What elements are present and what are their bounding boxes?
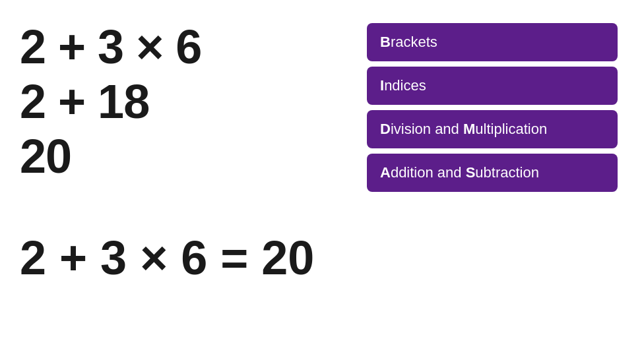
badge-indices-label: Indices [380,77,426,94]
right-section: Brackets Indices Division and Multiplica… [367,13,624,349]
math-line-1: 2 + 3 × 6 [20,20,367,75]
brackets-rest: rackets [391,34,437,50]
bold-letter-b: B [380,34,391,50]
multiplication-rest: ultiplication [475,121,547,137]
equation-line: 2 + 3 × 6 = 20 [20,229,367,286]
bold-letter-d: D [380,121,391,137]
badge-addition-label: Addition and Subtraction [380,164,539,181]
math-line-3: 20 [20,129,367,184]
main-container: 2 + 3 × 6 2 + 18 20 2 + 3 × 6 = 20 Brack… [0,0,644,362]
badge-division-label: Division and Multiplication [380,121,547,138]
math-lines: 2 + 3 × 6 2 + 18 20 [20,20,367,183]
indices-rest: ndices [384,77,426,94]
badge-brackets[interactable]: Brackets [367,23,618,61]
left-section: 2 + 3 × 6 2 + 18 20 2 + 3 × 6 = 20 [20,13,367,349]
badge-brackets-label: Brackets [380,34,437,51]
badge-division-multiplication[interactable]: Division and Multiplication [367,110,618,148]
badge-indices[interactable]: Indices [367,67,618,105]
division-rest: ivision and [391,121,463,137]
addition-rest: ddition and [391,164,466,181]
math-line-2: 2 + 18 [20,75,367,129]
badge-addition-subtraction[interactable]: Addition and Subtraction [367,154,618,192]
subtraction-rest: ubtraction [475,164,539,181]
bold-letter-m: M [463,121,475,137]
bold-letter-s: S [466,164,476,181]
bold-letter-a: A [380,164,391,181]
